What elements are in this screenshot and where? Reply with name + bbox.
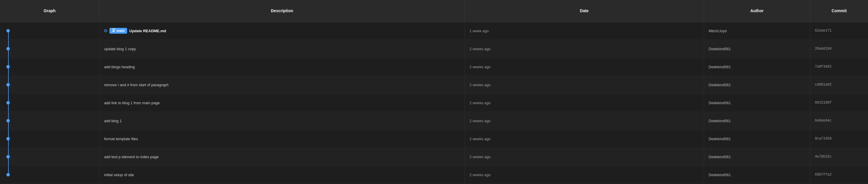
branch-name: main [117,29,125,33]
author-cell: Dedekind561 [704,112,810,130]
column-header-date: Date [465,0,704,22]
commit-description: format template files [104,137,138,141]
graph-cell [0,130,99,148]
date-cell: 2 weeks ago [465,166,704,184]
graph-dot [6,137,10,140]
author-cell: Dedekind561 [704,148,810,166]
commit-hash-cell: 6e9de94c [810,112,868,130]
date-cell: 2 weeks ago [465,76,704,94]
table-row[interactable]: remove \ and # from start of paragraph2 … [0,76,868,94]
description-cell[interactable]: remove \ and # from start of paragraph [99,76,465,94]
commit-hash-cell: cd981a02 [810,76,868,94]
branch-circle-indicator [104,29,107,32]
commit-hash-cell: 7a0f3462 [810,58,868,76]
description-cell[interactable]: mainUpdate README.md [99,22,465,40]
description-cell[interactable]: update blog 1 copy [99,40,465,58]
table-row[interactable]: add test p element to index page2 weeks … [0,148,868,166]
graph-cell [0,22,99,40]
author-cell: Dedekind561 [704,166,810,184]
date-cell: 2 weeks ago [465,40,704,58]
graph-cell [0,76,99,94]
description-cell[interactable]: add blogs heading [99,58,465,76]
svg-rect-0 [113,30,113,31]
table-row[interactable]: mainUpdate README.md1 week agoMitchLloyd… [0,22,868,40]
date-cell: 2 weeks ago [465,94,704,112]
graph-dot [6,173,10,177]
graph-dot [6,155,10,158]
author-cell: Dedekind561 [704,40,810,58]
branch-icon [112,28,116,33]
git-log-table: Graph Description Date Author Commit mai… [0,0,868,184]
date-cell: 2 weeks ago [465,112,704,130]
author-cell: Dedekind561 [704,76,810,94]
date-cell: 1 week ago [465,22,704,40]
description-cell[interactable]: add test p element to index page [99,148,465,166]
commit-description: add blog 1 [104,119,122,123]
commit-hash-cell: 62ede171 [810,22,868,40]
date-cell: 2 weeks ago [465,148,704,166]
date-cell: 2 weeks ago [465,58,704,76]
commit-description: Update README.md [129,29,166,33]
graph-dot [6,29,10,32]
date-cell: 2 weeks ago [465,130,704,148]
graph-dot [6,119,10,123]
branch-badge[interactable]: main [110,28,127,34]
column-header-graph: Graph [0,0,99,22]
graph-cell [0,58,99,76]
column-header-commit: Commit [810,0,868,22]
author-cell: Dedekind561 [704,58,810,76]
description-cell[interactable]: format template files [99,130,465,148]
graph-dot [6,47,10,51]
commit-description: add test p element to index page [104,155,159,159]
commit-hash-cell: 9ca71958 [810,130,868,148]
commit-hash-cell: 6987ffa2 [810,166,868,184]
commit-description: add blogs heading [104,65,135,69]
graph-dot [6,83,10,86]
commit-description: update blog 1 copy [104,47,136,51]
author-cell: Dedekind561 [704,94,810,112]
graph-cell [0,112,99,130]
table-row[interactable]: format template files2 weeks agoDedekind… [0,130,868,148]
table-row[interactable]: add link to blog 1 from main page2 weeks… [0,94,868,112]
graph-cell [0,94,99,112]
commit-hash-cell: 4e78b32c [810,148,868,166]
graph-cell [0,40,99,58]
graph-cell [0,166,99,184]
description-cell[interactable]: initial setup of site [99,166,465,184]
commit-description: add link to blog 1 from main page [104,101,160,105]
graph-dot [6,101,10,104]
column-header-description: Description [99,0,465,22]
column-header-author: Author [704,0,810,22]
table-row[interactable]: add blog 12 weeks agoDedekind5616e9de94c [0,112,868,130]
graph-dot [6,65,10,69]
graph-cell [0,148,99,166]
commit-hash-cell: 20add1b8 [810,40,868,58]
table-row[interactable]: add blogs heading2 weeks agoDedekind5617… [0,58,868,76]
table-row[interactable]: update blog 1 copy2 weeks agoDedekind561… [0,40,868,58]
commit-description: remove \ and # from start of paragraph [104,83,169,87]
commit-description: initial setup of site [104,173,134,177]
description-cell[interactable]: add link to blog 1 from main page [99,94,465,112]
table-row[interactable]: initial setup of site2 weeks agoDedekind… [0,166,868,184]
commit-hash-cell: 8815180f [810,94,868,112]
author-cell: MitchLloyd [704,22,810,40]
author-cell: Dedekind561 [704,130,810,148]
table-header-row: Graph Description Date Author Commit [0,0,868,22]
description-cell[interactable]: add blog 1 [99,112,465,130]
